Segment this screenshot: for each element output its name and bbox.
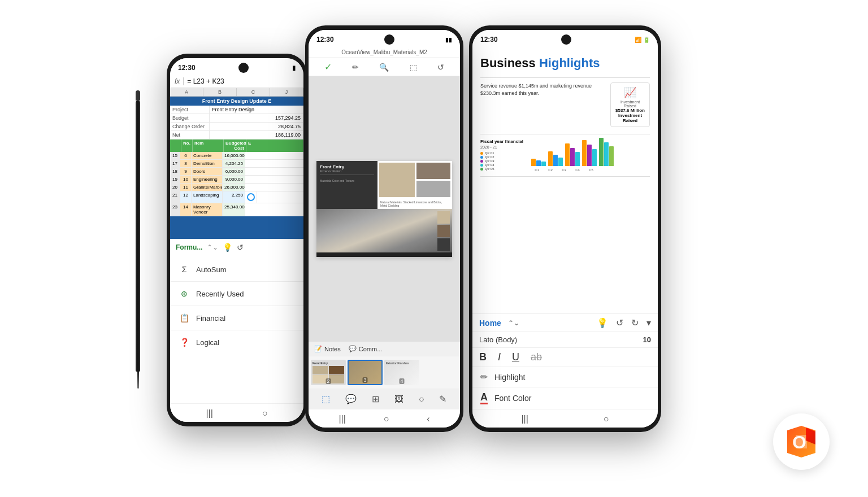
strikethrough-button[interactable]: ab bbox=[531, 351, 542, 363]
check-icon[interactable]: ✓ bbox=[324, 62, 332, 72]
font-row[interactable]: Lato (Body) 10 bbox=[472, 332, 658, 348]
back-icon[interactable]: ‹ bbox=[427, 414, 429, 424]
comment-icon[interactable]: 💬 bbox=[345, 394, 357, 404]
highlight-row[interactable]: ✏ Highlight bbox=[472, 367, 658, 387]
bar-group-c1 bbox=[531, 159, 546, 166]
phone-left: 12:30 ▮ fx = L23 + K23 A B C J bbox=[167, 54, 307, 426]
menu-item-autosum[interactable]: Σ AutoSum bbox=[170, 259, 303, 280]
tab-arrow-icon[interactable]: ⌃⌄ bbox=[207, 243, 218, 251]
table-row: 20 11 Granite/Marble 26,000.00 bbox=[170, 184, 303, 191]
word-tab-bar[interactable]: Home ⌃⌄ 💡 ↺ ↻ ▾ bbox=[472, 314, 658, 332]
ppt-notes-bar[interactable]: 📝 Notes 💬 Comm... bbox=[309, 342, 460, 356]
bar-chart bbox=[531, 139, 650, 167]
recent-apps-icon[interactable]: ||| bbox=[206, 408, 212, 418]
fontcolor-label[interactable]: Font Color bbox=[494, 394, 531, 403]
home-icon[interactable]: ○ bbox=[384, 414, 389, 424]
menu-item-financial[interactable]: 📋 Financial bbox=[170, 307, 303, 329]
svg-text:O: O bbox=[792, 432, 806, 452]
lightbulb-icon[interactable]: 💡 bbox=[223, 243, 232, 252]
slide-title: Front Entry bbox=[320, 164, 374, 169]
draw-icon[interactable]: ✎ bbox=[439, 394, 446, 404]
fontcolor-row[interactable]: A Font Color bbox=[472, 387, 658, 409]
bar-c2-teal bbox=[558, 158, 563, 166]
excel-tab[interactable]: Formu... bbox=[176, 243, 202, 251]
font-name[interactable]: Lato (Body) bbox=[479, 335, 517, 344]
battery-icon: ▮ bbox=[292, 64, 296, 72]
investment-value: $537.6 Million Investment Raised bbox=[614, 108, 646, 123]
formula-bar[interactable]: fx = L23 + K23 bbox=[170, 75, 303, 88]
highlight-label[interactable]: Highlight bbox=[494, 373, 525, 382]
underline-button[interactable]: U bbox=[512, 351, 519, 363]
image-icon[interactable]: 🖼 bbox=[394, 394, 403, 404]
signal-icon: ▮▮ bbox=[445, 37, 452, 43]
layout-icon[interactable]: ⬚ bbox=[322, 394, 330, 404]
phone-right: 12:30 📶 🔋 Business Highlights bbox=[469, 25, 661, 432]
menu-item-recently-used[interactable]: ⊕ Recently Used bbox=[170, 283, 303, 304]
bar-group-c5 bbox=[599, 138, 614, 166]
right-time: 12:30 bbox=[480, 36, 498, 43]
slide-thumbnails[interactable]: Front Entry 2 3 bbox=[309, 356, 460, 389]
excel-row: Change Order 28,824.75 bbox=[170, 123, 303, 131]
bar-c5-green bbox=[599, 138, 604, 166]
slide-divider bbox=[320, 175, 374, 175]
format-row[interactable]: B I U ab bbox=[472, 348, 658, 367]
financial-icon: 📋 bbox=[178, 312, 190, 324]
shape-icon[interactable]: ○ bbox=[419, 394, 424, 404]
ppt-toolbar[interactable]: ✓ ✏ 🔍 ⬚ ↺ bbox=[309, 58, 460, 76]
comments-button[interactable]: 💬 Comm... bbox=[349, 345, 383, 352]
notes-button[interactable]: 📝 Notes bbox=[314, 345, 341, 352]
bar-c1-blue bbox=[536, 160, 541, 166]
right-screen: 12:30 📶 🔋 Business Highlights bbox=[472, 30, 658, 428]
more-icon[interactable]: ▾ bbox=[646, 317, 651, 328]
table-icon[interactable]: ⊞ bbox=[372, 394, 379, 404]
home-icon[interactable]: ○ bbox=[604, 414, 609, 424]
search-icon[interactable]: 🔍 bbox=[379, 63, 389, 72]
col-j: J bbox=[270, 88, 303, 96]
doc-divider-bottom bbox=[480, 176, 650, 177]
undo-icon[interactable]: ↺ bbox=[437, 63, 444, 72]
menu-divider bbox=[170, 281, 303, 282]
thumb-4[interactable]: Exterior Finishes 4 bbox=[384, 360, 419, 385]
excel-toolbar[interactable]: Formu... ⌃⌄ 💡 ↺ bbox=[170, 239, 303, 255]
formula-content: = L23 + K23 bbox=[187, 77, 224, 85]
ppt-filename: OceanView_Malibu_Materials_M2 bbox=[314, 49, 454, 55]
slide-bg-photo bbox=[316, 209, 452, 257]
thumb-3[interactable]: 3 bbox=[348, 360, 383, 385]
font-size[interactable]: 10 bbox=[643, 335, 651, 344]
word-toolbar[interactable]: Home ⌃⌄ 💡 ↺ ↻ ▾ Lato (Body) 10 bbox=[472, 313, 658, 409]
home-icon[interactable]: ○ bbox=[262, 408, 268, 418]
comments-label: Comm... bbox=[359, 346, 383, 352]
home-tab[interactable]: Home bbox=[479, 319, 501, 328]
doc-title-highlight: Highlights bbox=[539, 56, 600, 70]
bold-button[interactable]: B bbox=[479, 351, 487, 363]
bar-c2-blue bbox=[553, 155, 558, 166]
ppt-screen: 12:30 ▮▮ OceanView_Malibu_Materials_M2 ✓… bbox=[309, 30, 460, 428]
menu-item-logical[interactable]: ❓ Logical bbox=[170, 332, 303, 353]
slide-material-swatches bbox=[437, 211, 450, 251]
logical-label: Logical bbox=[196, 338, 219, 347]
doc-text-revenue: Service revenue $1,145m and marketing re… bbox=[480, 82, 604, 127]
recent-apps-icon[interactable]: ||| bbox=[521, 414, 528, 424]
present-icon[interactable]: ⬚ bbox=[410, 63, 417, 72]
excel-title-row: Front Entry Design Update E bbox=[170, 97, 303, 106]
legend-qtr3: Qtr 03 bbox=[480, 159, 526, 163]
slide-subtitle: Exterior Finish bbox=[320, 169, 374, 173]
italic-button[interactable]: I bbox=[498, 351, 501, 363]
word-tab-tools[interactable]: 💡 ↺ ↻ ▾ bbox=[597, 317, 651, 328]
ideas-icon[interactable]: 💡 bbox=[597, 317, 608, 328]
ppt-format-bar[interactable]: ⬚ 💬 ⊞ 🖼 ○ ✎ bbox=[309, 389, 460, 409]
bar-c3-teal bbox=[575, 152, 580, 166]
tab-chevron-icon[interactable]: ⌃⌄ bbox=[508, 319, 519, 327]
doc-section-revenue: Service revenue $1,145m and marketing re… bbox=[480, 82, 650, 127]
thumb-2[interactable]: Front Entry 2 bbox=[311, 360, 346, 385]
undo-icon[interactable]: ↺ bbox=[616, 317, 623, 328]
pen-icon[interactable]: ✏ bbox=[352, 63, 359, 72]
menu-divider bbox=[170, 306, 303, 306]
undo-icon[interactable]: ↺ bbox=[237, 243, 244, 252]
recent-apps-icon[interactable]: ||| bbox=[338, 414, 345, 424]
col-b: B bbox=[203, 88, 237, 96]
table-header: No. Item Budgeted Cost E bbox=[170, 139, 303, 152]
ppt-slide-main: Front Entry Exterior Finish Materials Co… bbox=[316, 161, 452, 257]
redo-icon[interactable]: ↻ bbox=[631, 317, 639, 328]
legend-qtr2: Qtr 02 bbox=[480, 155, 526, 159]
